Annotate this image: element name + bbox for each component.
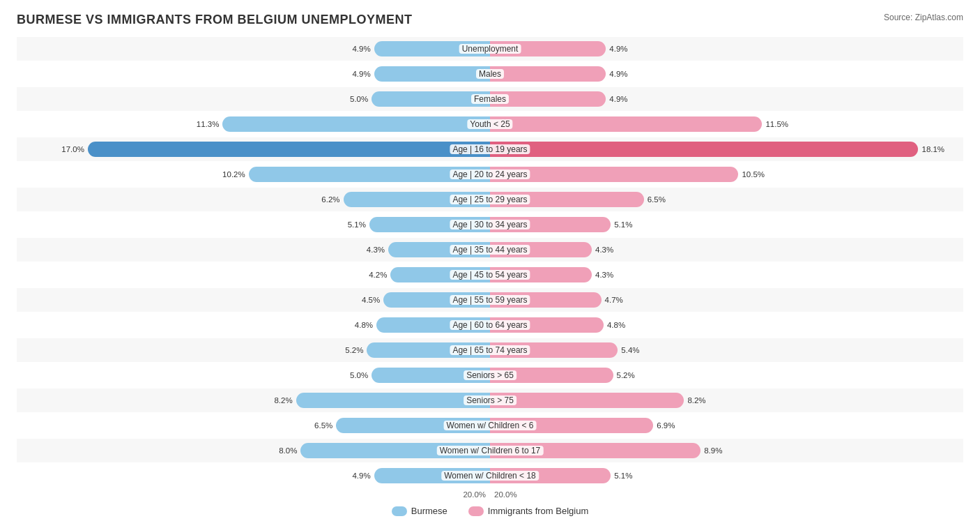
right-value: 4.3%	[595, 271, 620, 279]
right-bar-container: 18.1%	[490, 137, 963, 161]
right-bar	[490, 317, 604, 333]
chart-source: Source: ZipAtlas.com	[884, 13, 963, 22]
left-bar-container: 4.2%	[17, 263, 490, 287]
left-value: 4.9%	[346, 472, 371, 480]
left-value: 4.5%	[355, 296, 380, 304]
left-bar	[388, 242, 490, 257]
right-bar-container: 6.9%	[490, 414, 963, 437]
right-value: 8.2%	[687, 396, 712, 405]
left-bar-container: 5.1%	[17, 213, 490, 236]
left-bar-container: 11.3%	[17, 112, 490, 136]
right-bar	[490, 267, 592, 282]
left-bar	[300, 443, 490, 458]
right-bar	[490, 368, 613, 383]
right-value: 4.9%	[609, 45, 634, 53]
chart-legend: Burmese Immigrants from Belgium	[17, 506, 963, 516]
right-bar	[490, 66, 606, 82]
right-bar-container: 5.2%	[490, 363, 963, 387]
left-bar	[88, 142, 490, 157]
left-bar	[344, 192, 490, 207]
left-bar-container: 4.9%	[17, 464, 490, 488]
right-bar-container: 4.3%	[490, 238, 963, 262]
legend-label-pink: Immigrants from Belgium	[488, 506, 588, 516]
axis-right-label: 20.0%	[490, 490, 963, 499]
right-value: 8.9%	[704, 446, 729, 455]
right-value: 5.1%	[614, 220, 639, 229]
left-bar	[374, 468, 490, 483]
left-bar-container: 4.9%	[17, 62, 490, 86]
left-value: 4.9%	[346, 70, 371, 78]
left-value: 10.2%	[220, 170, 245, 179]
axis-left-label: 20.0%	[17, 490, 490, 499]
right-bar	[490, 468, 611, 483]
chart-title: BURMESE VS IMMIGRANTS FROM BELGIUM UNEMP…	[17, 13, 413, 27]
chart-row: 4.3%Age | 35 to 44 years4.3%	[17, 238, 963, 262]
left-value: 4.8%	[348, 321, 373, 329]
right-value: 4.9%	[609, 70, 634, 78]
right-bar	[490, 418, 653, 433]
left-value: 11.3%	[194, 120, 219, 128]
chart-row: 4.9%Women w/ Children < 185.1%	[17, 464, 963, 488]
right-value: 5.1%	[614, 472, 639, 480]
chart-row: 11.3%Youth < 2511.5%	[17, 112, 963, 136]
chart-row: 10.2%Age | 20 to 24 years10.5%	[17, 163, 963, 186]
right-bar-container: 8.2%	[490, 389, 963, 412]
chart-row: 5.0%Seniors > 655.2%	[17, 363, 963, 387]
chart-row: 8.0%Women w/ Children 6 to 178.9%	[17, 439, 963, 462]
left-bar	[374, 66, 490, 82]
right-bar	[490, 393, 684, 408]
right-bar-container: 11.5%	[490, 112, 963, 136]
right-bar-container: 8.9%	[490, 439, 963, 462]
chart-row: 4.9%Males4.9%	[17, 62, 963, 86]
left-value: 4.3%	[360, 246, 385, 254]
left-value: 6.2%	[315, 195, 340, 204]
right-value: 5.4%	[621, 346, 646, 354]
chart-row: 4.9%Unemployment4.9%	[17, 37, 963, 61]
left-bar	[336, 418, 490, 433]
right-bar	[490, 116, 762, 132]
right-bar-container: 4.8%	[490, 313, 963, 337]
right-value: 6.9%	[657, 421, 682, 430]
left-bar-container: 4.3%	[17, 238, 490, 262]
chart-row: 6.5%Women w/ Children < 66.9%	[17, 414, 963, 437]
right-bar-container: 5.4%	[490, 338, 963, 362]
left-value: 6.5%	[307, 421, 332, 430]
left-bar	[390, 267, 490, 282]
chart-header: BURMESE VS IMMIGRANTS FROM BELGIUM UNEMP…	[17, 13, 963, 27]
left-value: 8.2%	[268, 396, 293, 405]
right-value: 11.5%	[765, 120, 790, 128]
left-bar-container: 6.2%	[17, 188, 490, 211]
chart-row: 5.1%Age | 30 to 34 years5.1%	[17, 213, 963, 236]
left-bar-container: 6.5%	[17, 414, 490, 437]
left-bar-container: 4.9%	[17, 37, 490, 61]
chart-row: 4.8%Age | 60 to 64 years4.8%	[17, 313, 963, 337]
right-bar	[490, 41, 606, 56]
left-bar-container: 4.5%	[17, 288, 490, 312]
left-value: 4.9%	[346, 45, 371, 53]
left-bar	[374, 41, 490, 56]
right-value: 4.7%	[605, 296, 630, 304]
legend-swatch-blue	[392, 506, 407, 516]
right-bar	[490, 142, 918, 157]
right-bar-container: 5.1%	[490, 464, 963, 488]
left-value: 5.0%	[343, 95, 368, 103]
right-bar	[490, 167, 738, 182]
right-bar-container: 4.9%	[490, 37, 963, 61]
left-bar	[222, 116, 490, 132]
left-bar	[372, 368, 490, 383]
right-bar-container: 10.5%	[490, 163, 963, 186]
left-bar	[369, 217, 490, 232]
legend-label-blue: Burmese	[411, 506, 447, 516]
chart-area: 4.9%Unemployment4.9%4.9%Males4.9%5.0%Fem…	[17, 37, 963, 499]
right-bar	[490, 217, 611, 232]
chart-row: 8.2%Seniors > 758.2%	[17, 389, 963, 412]
left-bar	[367, 342, 490, 358]
left-bar-container: 8.0%	[17, 439, 490, 462]
right-bar-container: 5.1%	[490, 213, 963, 236]
right-bar	[490, 292, 602, 308]
right-value: 6.5%	[648, 195, 673, 204]
right-bar	[490, 342, 618, 358]
chart-row: 4.5%Age | 55 to 59 years4.7%	[17, 288, 963, 312]
chart-row: 6.2%Age | 25 to 29 years6.5%	[17, 188, 963, 211]
left-value: 4.2%	[362, 271, 387, 279]
